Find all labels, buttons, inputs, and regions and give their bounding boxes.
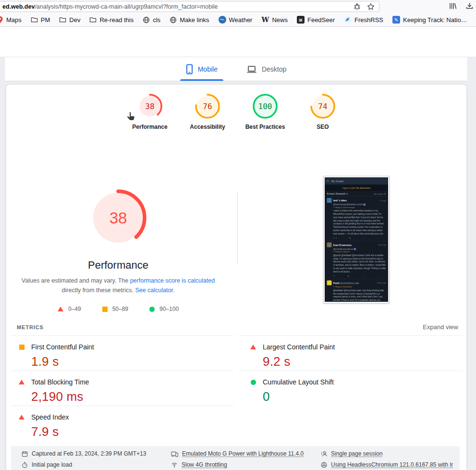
post: land 's takes7h ago @seachanger@alaskan.…	[325, 197, 388, 241]
address-field[interactable]: ed.web.dev/analysis/https-mycrowd-ca-mai…	[0, 1, 379, 12]
section-divider	[237, 193, 238, 265]
metric-value: 0	[263, 389, 463, 404]
bookmark-label: News	[272, 16, 288, 24]
score-label: Accessibility	[190, 124, 225, 130]
bookmark-label: FreshRSS	[354, 16, 383, 24]
metric-name: Largest Contentful Paint	[263, 343, 335, 351]
session-icon	[321, 451, 327, 457]
folder-icon	[89, 16, 97, 23]
captured-at: Captured at Feb 13, 2024, 2:39 PM GMT+13	[22, 450, 171, 457]
keeping-track-icon: ✎	[392, 16, 400, 24]
bookmark-weather[interactable]: 〜 Weather	[219, 16, 253, 24]
bug-extension-icon[interactable]	[354, 3, 361, 10]
metrics-header: METRICS Expand view	[17, 323, 458, 331]
maps-pin-icon	[0, 16, 3, 24]
bookmark-freshrss[interactable]: FreshRSS	[344, 16, 383, 24]
bookmark-maps[interactable]: Maps	[0, 16, 22, 24]
metric-speed-index: Speed Index 7.9 s	[11, 406, 234, 441]
url-text: ed.web.dev/analysis/https-mycrowd-ca-mai…	[2, 3, 354, 10]
bookmark-label: Dev	[69, 16, 80, 24]
svg-text:74: 74	[318, 102, 327, 111]
boost-icon: ⇆	[347, 275, 349, 278]
score-calc-link[interactable]: performance score is calculated	[130, 277, 215, 284]
desktop-laptop-icon	[246, 65, 257, 74]
globe-icon	[170, 16, 177, 24]
more-icon: …	[377, 275, 379, 278]
metric-lcp: Largest Contentful Paint 9.2 s	[240, 335, 463, 371]
metric-tbt: Total Blocking Time 2,190 ms	[11, 371, 234, 406]
svg-text:38: 38	[145, 102, 154, 111]
average-square-icon	[19, 345, 24, 350]
metric-empty	[240, 406, 463, 441]
gauge-description: Values are estimated and may vary. The p…	[12, 276, 224, 295]
globe-icon	[143, 16, 150, 24]
calendar-icon	[22, 451, 28, 457]
svg-text:76: 76	[203, 102, 212, 111]
capture-info: Captured at Feb 13, 2024, 2:39 PM GMT+13…	[11, 446, 460, 470]
average-square-icon	[102, 307, 108, 312]
bookmark-label: Maps	[6, 16, 22, 24]
bookmark-folder-dev[interactable]: Dev	[59, 16, 80, 24]
bookmark-keeping-track[interactable]: ✎ Keeping Track: Natio…	[392, 16, 467, 24]
bookmark-folder-pm[interactable]: PM	[31, 16, 50, 24]
wikipedia-icon: W	[261, 16, 269, 24]
svg-text:38: 38	[110, 209, 127, 227]
metric-name: First Contentful Paint	[31, 343, 94, 351]
bookmark-star-icon[interactable]	[367, 3, 375, 11]
bookmark-make-links[interactable]: Make links	[170, 16, 209, 24]
bookmark-cls[interactable]: cls	[143, 16, 160, 24]
score-legend: 0–49 50–89 90–100	[12, 306, 224, 312]
bookmark-folder-reread[interactable]: Re-read this	[89, 16, 134, 24]
screenshot-thumbnail[interactable]: ≡My Crowd Log in to join the discussion …	[323, 176, 390, 303]
more-icon: …	[377, 237, 379, 240]
thumb-feed-name: Known Network ∨	[327, 192, 348, 196]
fail-triangle-icon	[19, 380, 24, 384]
stopwatch-icon	[22, 462, 28, 468]
expand-view-button[interactable]: Expand view	[423, 323, 458, 331]
fail-triangle-icon	[250, 345, 256, 349]
post: Evan Prodromou1min ago @evan@cosocial.ca…	[325, 241, 388, 279]
metrics-section: First Contentful Paint 1.9 s Largest Con…	[11, 335, 463, 441]
devices-icon	[171, 451, 178, 457]
bookmark-label: Keeping Track: Natio…	[403, 16, 467, 24]
boost-icon: ⇆	[349, 237, 351, 240]
bookmark-label: cls	[153, 16, 160, 24]
bookmark-feedseer[interactable]: ▦ FeedSeer	[297, 16, 335, 24]
browser-engine: Using HeadlessChromium 121.0.6167.85 wit…	[321, 461, 455, 468]
weather-icon: 〜	[219, 16, 226, 24]
see-calculator-link[interactable]: See calculator.	[135, 287, 174, 294]
score-accessibility[interactable]: 76 Accessibility	[179, 93, 236, 130]
reply-icon: ↩	[333, 275, 335, 278]
gauge-title: Performance	[41, 259, 195, 272]
thumb-app-title: My Crowd	[331, 180, 343, 183]
fail-triangle-icon	[19, 415, 24, 420]
svg-text:100: 100	[258, 102, 272, 111]
metric-value: 2,190 ms	[31, 389, 234, 404]
download-icon[interactable]	[465, 2, 474, 10]
metrics-heading: METRICS	[17, 324, 44, 330]
legend-average: 50–89	[102, 306, 128, 312]
tab-mobile[interactable]: Mobile	[178, 57, 225, 81]
bookmark-label: Make links	[180, 16, 209, 24]
favorite-icon: ☆	[363, 237, 365, 240]
legend-fail: 0–49	[58, 306, 81, 312]
metric-cls: Cumulative Layout Shift 0	[240, 371, 463, 406]
score-best-practices[interactable]: 100 Best Practices	[236, 93, 294, 130]
library-icon[interactable]	[449, 2, 457, 10]
bookmark-news[interactable]: W News	[261, 16, 288, 24]
score-seo[interactable]: 74 SEO	[294, 93, 352, 130]
metric-name: Total Blocking Time	[31, 378, 89, 386]
folder-icon	[59, 16, 66, 23]
session-type: Single page session	[321, 450, 455, 457]
tab-desktop[interactable]: Desktop	[239, 57, 294, 81]
menu-icon: ≡	[327, 179, 329, 183]
screen: ed.web.dev/analysis/https-mycrowd-ca-mai…	[0, 0, 476, 470]
score-performance[interactable]: 38 Performance	[121, 93, 179, 130]
signal-icon	[171, 462, 178, 468]
bookmark-label: Re-read this	[99, 16, 134, 24]
reply-icon: ↩ 1	[333, 237, 337, 240]
thumb-login-banner: Log in to join the discussion	[325, 185, 388, 191]
bookmark-label: Weather	[229, 16, 253, 24]
bookmark-label: PM	[41, 16, 50, 24]
score-label: SEO	[317, 124, 329, 130]
